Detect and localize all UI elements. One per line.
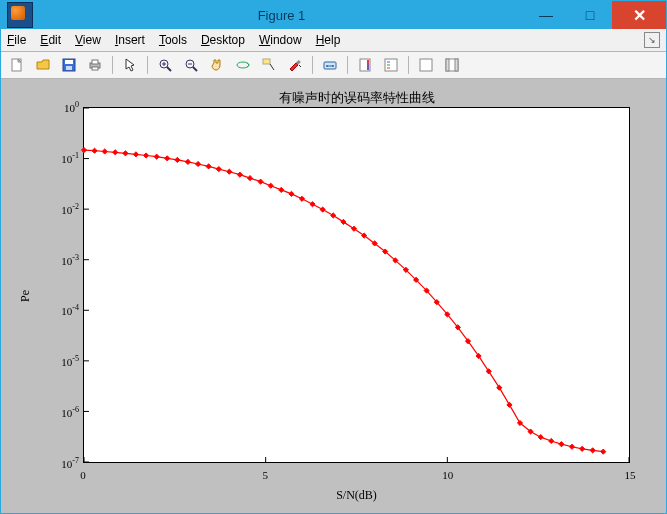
svg-rect-3 (65, 60, 73, 64)
line-series (84, 108, 629, 462)
toolbar-separator (112, 56, 113, 74)
rotate-3d-button[interactable] (231, 54, 255, 76)
svg-rect-24 (367, 60, 369, 70)
y-tick: 10-6 (47, 405, 79, 419)
y-tick: 10-7 (47, 456, 79, 470)
pointer-button[interactable] (118, 54, 142, 76)
window-buttons: — □ ✕ (524, 1, 666, 29)
svg-rect-25 (385, 59, 397, 71)
matlab-icon (7, 2, 33, 28)
figure-window: Figure 1 — □ ✕ File Edit View Insert Too… (0, 0, 667, 514)
x-tick: 0 (80, 469, 86, 481)
menu-edit[interactable]: Edit (40, 33, 61, 47)
menu-help[interactable]: Help (316, 33, 341, 47)
svg-line-13 (193, 67, 197, 71)
print-button[interactable] (83, 54, 107, 76)
dock-icon[interactable]: ↘ (644, 32, 660, 48)
show-plot-tools-button[interactable] (440, 54, 464, 76)
window-title: Figure 1 (39, 8, 524, 23)
menu-window[interactable]: Window (259, 33, 302, 47)
toolbar-separator (408, 56, 409, 74)
menu-tools[interactable]: Tools (159, 33, 187, 47)
svg-rect-7 (92, 67, 98, 70)
insert-colorbar-button[interactable] (353, 54, 377, 76)
x-tick: 15 (625, 469, 636, 481)
y-tick: 10-3 (47, 253, 79, 267)
toolbar (1, 52, 666, 79)
link-plot-button[interactable] (318, 54, 342, 76)
save-button[interactable] (57, 54, 81, 76)
titlebar: Figure 1 — □ ✕ (1, 1, 666, 29)
svg-rect-16 (263, 59, 270, 64)
chart-title: 有噪声时的误码率特性曲线 (83, 89, 630, 107)
x-tick: 10 (442, 469, 453, 481)
menubar: File Edit View Insert Tools Desktop Wind… (1, 29, 666, 52)
x-tick: 5 (263, 469, 269, 481)
hide-plot-tools-button[interactable] (414, 54, 438, 76)
figure-area: 有噪声时的误码率特性曲线 Pe S/N(dB) 05101510010-110-… (1, 79, 666, 513)
y-tick: 10-5 (47, 354, 79, 368)
axes-box[interactable] (83, 107, 630, 463)
toolbar-separator (147, 56, 148, 74)
menu-view[interactable]: View (75, 33, 101, 47)
svg-rect-4 (66, 66, 72, 70)
close-button[interactable]: ✕ (612, 1, 666, 29)
pan-button[interactable] (205, 54, 229, 76)
menu-desktop[interactable]: Desktop (201, 33, 245, 47)
toolbar-separator (312, 56, 313, 74)
svg-line-17 (270, 64, 274, 70)
maximize-button[interactable]: □ (568, 1, 612, 29)
new-figure-button[interactable] (5, 54, 29, 76)
y-tick: 10-4 (47, 304, 79, 318)
y-tick: 10-1 (47, 151, 79, 165)
svg-line-9 (167, 67, 171, 71)
y-axis-label: Pe (18, 290, 33, 302)
y-tick: 10-2 (47, 202, 79, 216)
x-axis-label: S/N(dB) (83, 488, 630, 503)
data-cursor-button[interactable] (257, 54, 281, 76)
insert-legend-button[interactable] (379, 54, 403, 76)
zoom-out-button[interactable] (179, 54, 203, 76)
toolbar-separator (347, 56, 348, 74)
y-tick: 100 (47, 100, 79, 114)
svg-rect-32 (455, 59, 458, 71)
svg-rect-29 (420, 59, 432, 71)
plot-frame: 有噪声时的误码率特性曲线 Pe S/N(dB) 05101510010-110-… (9, 87, 658, 505)
brush-button[interactable] (283, 54, 307, 76)
zoom-in-button[interactable] (153, 54, 177, 76)
menu-file[interactable]: File (7, 33, 26, 47)
minimize-button[interactable]: — (524, 1, 568, 29)
menu-insert[interactable]: Insert (115, 33, 145, 47)
open-button[interactable] (31, 54, 55, 76)
svg-rect-6 (92, 60, 98, 64)
svg-rect-31 (446, 59, 449, 71)
